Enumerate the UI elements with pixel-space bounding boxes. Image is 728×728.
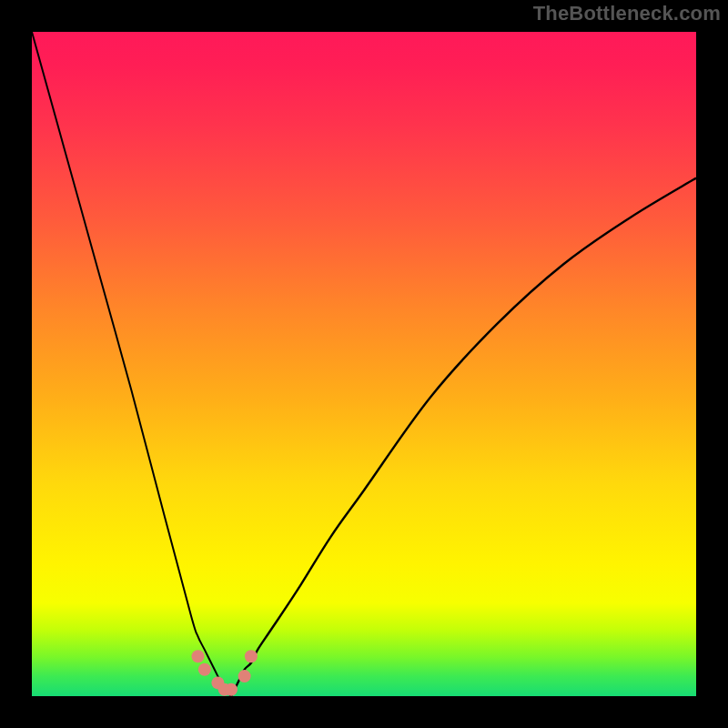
trough-dot: [238, 670, 251, 682]
curves-layer: [32, 32, 696, 696]
chart-frame: TheBottleneck.com: [0, 0, 728, 728]
trough-dot: [245, 650, 258, 662]
trough-markers: [192, 650, 258, 696]
trough-dot: [225, 683, 238, 696]
trough-dot: [192, 650, 205, 662]
left-curve: [32, 32, 231, 696]
plot-area: [32, 32, 696, 696]
trough-dot: [198, 663, 211, 676]
watermark-label: TheBottleneck.com: [533, 2, 721, 25]
right-curve: [231, 178, 696, 696]
